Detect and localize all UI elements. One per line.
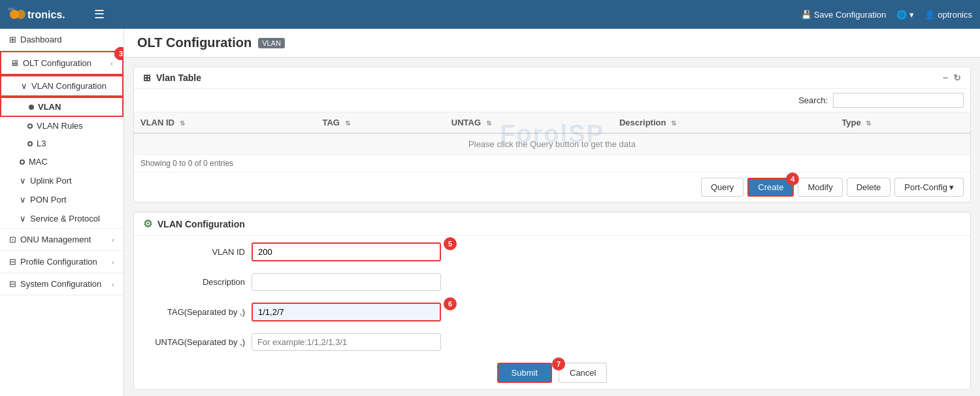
username-label: optronics <box>938 10 972 20</box>
sort-arrow-type: ⇅ <box>866 120 871 127</box>
submit-button[interactable]: Submit <box>497 363 552 383</box>
sidebar-section-dashboard: ⊞ Dashboard <box>0 29 123 51</box>
globe-icon: 🌐 <box>896 10 907 20</box>
hamburger-icon[interactable]: ☰ <box>94 7 105 22</box>
sort-arrow-vlanid: ⇅ <box>180 120 185 127</box>
sidebar-item-service-protocol[interactable]: ∨ Service & Protocol <box>0 209 123 228</box>
vlan-config-panel: ⚙ VLAN Configuration VLAN ID 5 <box>133 212 971 390</box>
circle-icon-l3 <box>27 141 33 146</box>
uplink-port-label: Uplink Port <box>30 176 72 186</box>
monitor-icon: 🖥 <box>10 58 19 68</box>
onu-label: ONU Management <box>20 235 91 244</box>
profile-label: Profile Configuration <box>20 257 97 267</box>
onu-icon: ⊡ <box>9 235 16 244</box>
sidebar-item-l3[interactable]: L3 <box>0 135 123 152</box>
content-body: ⊞ Vlan Table − ↻ Search: ForolSP <box>124 58 980 396</box>
tag-field[interactable] <box>252 303 441 322</box>
action-buttons: Query Create 4 Modify Delete Port-Config… <box>134 172 970 202</box>
system-icon: ⊟ <box>9 279 16 289</box>
table-wrapper: ForolSP VLAN ID ⇅ TAG ⇅ UNTAG ⇅ Descript… <box>134 112 970 155</box>
port-config-button[interactable]: Port-Config ▾ <box>894 178 964 197</box>
search-row: Search: <box>134 89 970 112</box>
save-icon: 💾 <box>801 10 811 20</box>
vlan-data-table: VLAN ID ⇅ TAG ⇅ UNTAG ⇅ Description ⇅ Ty… <box>134 112 970 155</box>
form-group-description: Description <box>140 273 964 291</box>
untag-field[interactable] <box>252 333 441 351</box>
sidebar-dashboard-label: Dashboard <box>20 35 62 44</box>
svg-point-1 <box>16 10 25 19</box>
form-submit-row: Submit 7 Cancel <box>140 363 964 383</box>
sidebar: ⊞ Dashboard 🖥 OLT Configuration ‹ 1 ∨ VL… <box>0 29 124 396</box>
col-type: Type ⇅ <box>835 112 970 133</box>
vlan-id-label: VLAN ID <box>140 247 245 257</box>
sidebar-item-vlan-rules[interactable]: VLAN Rules <box>0 117 123 135</box>
refresh-icon[interactable]: ↻ <box>953 73 961 83</box>
badge-4: 4 <box>786 173 799 186</box>
sidebar-item-uplink-port[interactable]: ∨ Uplink Port <box>0 171 123 190</box>
sidebar-item-vlan-config[interactable]: ∨ VLAN Configuration 2 <box>0 75 123 97</box>
query-button[interactable]: Query <box>701 178 743 197</box>
modify-button[interactable]: Modify <box>798 178 842 197</box>
onu-arrow-icon: ‹ <box>112 236 114 244</box>
breadcrumb: VLAN <box>258 38 285 48</box>
badge-7: 7 <box>552 357 565 371</box>
sidebar-item-profile-config[interactable]: ⊟ Profile Configuration ‹ <box>0 251 123 272</box>
vlan-table-panel: ⊞ Vlan Table − ↻ Search: ForolSP <box>133 67 971 203</box>
panel-header-icons: − ↻ <box>943 73 961 83</box>
untag-label: UNTAG(Separated by ,) <box>140 337 245 347</box>
circle-icon <box>27 124 33 129</box>
vlan-label: VLAN <box>38 102 61 112</box>
vlan-id-field[interactable] <box>252 242 441 261</box>
form-group-vlan-id: VLAN ID 5 <box>140 242 964 261</box>
language-button[interactable]: 🌐 ▾ <box>896 10 914 20</box>
system-arrow-icon: ‹ <box>112 280 114 288</box>
badge-6: 6 <box>444 297 457 310</box>
sort-arrow-tag: ⇅ <box>345 120 350 127</box>
minimize-icon[interactable]: − <box>943 73 948 83</box>
tag-label: TAG(Separated by ,) <box>140 307 245 317</box>
user-icon: 👤 <box>924 10 935 20</box>
sidebar-item-mac[interactable]: MAC <box>0 152 123 171</box>
vlan-config-label: VLAN Configuration <box>31 81 106 91</box>
empty-message: Please click the Query button to get the… <box>134 133 970 155</box>
sort-arrow-untag: ⇅ <box>486 120 491 127</box>
chevron-right-icon: ∨ <box>20 176 26 186</box>
page-title: OLT Configuration <box>137 35 252 50</box>
sort-arrow-desc: ⇅ <box>671 120 676 127</box>
sidebar-item-onu-management[interactable]: ⊡ ONU Management ‹ <box>0 229 123 250</box>
panel-header-left: ⊞ Vlan Table <box>143 73 201 83</box>
dropdown-arrow-icon: ▾ <box>949 182 954 192</box>
sidebar-section-system: ⊟ System Configuration ‹ <box>0 273 123 295</box>
save-config-button[interactable]: 💾 Save Configuration <box>801 10 887 20</box>
col-untag: UNTAG ⇅ <box>445 112 613 133</box>
sidebar-item-system-config[interactable]: ⊟ System Configuration ‹ <box>0 273 123 295</box>
port-config-label: Port-Config <box>904 182 947 192</box>
content-header: OLT Configuration VLAN <box>124 29 980 58</box>
badge-5: 5 <box>444 237 457 250</box>
create-button-wrapper: Create 4 <box>747 178 794 197</box>
olt-arrow-icon: ‹ <box>110 59 113 67</box>
sidebar-item-vlan[interactable]: VLAN 3 <box>0 97 123 117</box>
sidebar-item-pon-port[interactable]: ∨ PON Port <box>0 190 123 209</box>
sidebar-item-dashboard[interactable]: ⊞ Dashboard <box>0 29 123 50</box>
table-header-row: VLAN ID ⇅ TAG ⇅ UNTAG ⇅ Description ⇅ Ty… <box>134 112 970 133</box>
search-input[interactable] <box>833 93 964 108</box>
pon-port-label: PON Port <box>30 195 67 205</box>
sidebar-item-olt-config[interactable]: 🖥 OLT Configuration ‹ 1 <box>0 51 123 75</box>
user-menu-button[interactable]: 👤 optronics <box>924 10 972 20</box>
system-label: System Configuration <box>20 279 101 289</box>
vlan-id-field-wrapper: 5 <box>252 242 441 261</box>
sidebar-section-olt: 🖥 OLT Configuration ‹ 1 ∨ VLAN Configura… <box>0 51 123 229</box>
submit-button-wrapper: Submit 7 <box>497 363 552 383</box>
service-protocol-label: Service & Protocol <box>30 214 100 223</box>
delete-button[interactable]: Delete <box>847 178 891 197</box>
cancel-button[interactable]: Cancel <box>559 363 607 383</box>
svg-text:○○: ○○ <box>8 6 14 12</box>
badge-3: 3 <box>114 47 124 60</box>
vlan-table-title: Vlan Table <box>156 73 201 83</box>
description-field[interactable] <box>252 273 441 291</box>
col-tag: TAG ⇅ <box>316 112 445 133</box>
vlan-rules-label: VLAN Rules <box>37 121 83 131</box>
search-label: Search: <box>798 95 828 105</box>
table-empty-row: Please click the Query button to get the… <box>134 133 970 155</box>
